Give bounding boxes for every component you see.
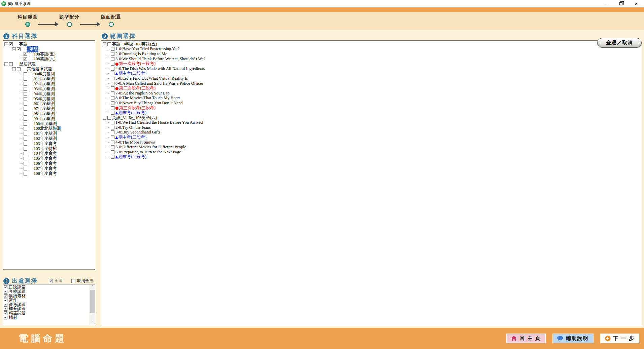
tree-node-label[interactable]: 5-0:Let’ s Find Out What Virtual Reality… [115,76,188,81]
tree-node-label[interactable]: 108英語(六) [34,56,56,62]
tree-node-label[interactable]: 英語_3年級_108英語(六) [112,115,157,121]
tree-row[interactable]: 93年度基測 [4,86,95,91]
tree-row[interactable]: ▲期中考(二段考) [102,71,641,76]
tree-node-checkbox[interactable] [111,121,114,124]
tree-node-checkbox[interactable] [24,82,27,86]
tree-row[interactable]: ▲期末考(二段考) [102,110,641,115]
tree-node-checkbox[interactable] [111,111,114,115]
tree-node-checkbox[interactable] [24,77,27,81]
tree-row[interactable]: 3-0:We Should Think Before We Act, Shoul… [102,56,641,62]
tree-row[interactable]: ●第三次段考(三段考) [102,106,641,111]
tree-row[interactable]: 英語_3年級_108英語(六) [102,115,641,120]
tree-node-checkbox[interactable] [111,86,114,90]
tree-node-checkbox[interactable] [111,126,114,129]
minimize-button[interactable] [598,0,613,7]
collapse-expander-icon[interactable] [12,67,16,71]
tree-node-label[interactable]: 期末考(二段考) [118,154,146,160]
source-scrollbar[interactable]: ˄ ˅ [90,284,95,325]
tree-row[interactable]: 101年度基測 [4,131,95,136]
tree-node-checkbox[interactable]: ✔ [17,47,21,51]
tree-node-checkbox[interactable] [24,87,27,91]
select-all-checkbox[interactable]: ✔ [49,279,53,283]
tree-row[interactable]: 1-0:We Had Cleaned the House Before You … [102,120,641,125]
tree-node-checkbox[interactable] [111,72,114,75]
tree-node-label[interactable]: 5-0:Different Movies for Different Peopl… [115,145,186,150]
tree-node-checkbox[interactable] [111,150,114,154]
tree-node-label[interactable]: 1-0:We Had Cleaned the House Before You … [115,120,203,125]
tree-node-label[interactable]: 2-0:Try On the Jeans [115,125,151,130]
tree-row[interactable]: 103年度特招 [4,146,95,151]
tree-node-checkbox[interactable] [111,96,114,100]
collapse-expander-icon[interactable] [4,42,8,46]
collapse-expander-icon[interactable] [12,47,16,51]
tree-node-label[interactable]: 英語_3年級_108英語(五) [112,41,157,47]
tree-row[interactable]: 8-0:The Movies That Touch My Heart [102,96,641,101]
tree-row[interactable]: 2-0:Try On the Jeans [102,125,641,130]
next-step-button[interactable]: 下 一 步 [600,334,639,343]
tree-row[interactable]: 94年度基測 [4,91,95,96]
tree-node-label[interactable]: 108年度會考 [34,171,57,177]
tree-node-checkbox[interactable] [111,106,114,110]
tree-row[interactable]: 104年度會考 [4,151,95,156]
tree-node-checkbox[interactable] [24,172,27,176]
tree-node-label[interactable]: 英語 [19,41,28,47]
tree-row[interactable]: ✔3年級 [4,47,95,52]
tree-node-label[interactable]: 2-0:Running Is Exciting to Me [115,51,167,56]
tree-node-checkbox[interactable] [24,167,27,170]
tree-row[interactable]: 95年度基測 [4,96,95,102]
tree-node-label[interactable]: 第二次段考(三段考) [119,85,155,91]
tree-node-checkbox[interactable] [111,145,114,149]
step-layout[interactable]: 版面配置 [101,14,121,27]
tree-node-checkbox[interactable] [111,52,114,56]
tree-node-checkbox[interactable] [24,72,27,76]
step-subject-range[interactable]: 科目範圍 [18,14,38,27]
tree-row[interactable]: ✔108英語(五) [4,52,95,57]
tree-node-checkbox[interactable] [24,132,27,135]
tree-row[interactable]: 5-0:Different Movies for Different Peopl… [102,145,641,150]
close-button[interactable]: ✕ [629,0,644,7]
tree-row[interactable]: 9-0:Never Buy Things You Don’ t Need [102,101,641,106]
tree-row[interactable]: 3-0:Buy Secondhand Gifts [102,130,641,135]
tree-node-checkbox[interactable] [24,117,27,121]
tree-node-checkbox[interactable] [17,67,21,71]
tree-row[interactable]: 1-0:Have You Tried Postcrossing Yet? [102,47,641,52]
tree-node-checkbox[interactable] [111,62,114,66]
source-item[interactable]: ✔輔材 [4,315,90,320]
tree-node-checkbox[interactable] [107,42,111,46]
tree-node-checkbox[interactable] [111,67,114,71]
tree-row[interactable]: 6-0:Preparing to Turn to the Next Page [102,150,641,155]
tree-row[interactable]: 105年度會考 [4,156,95,161]
tree-row[interactable]: 4-0:The More It Snows [102,140,641,145]
tree-node-checkbox[interactable] [24,162,27,165]
tree-row[interactable]: 97年度基測 [4,106,95,111]
scrollbar-thumb[interactable] [90,290,95,313]
tree-node-checkbox[interactable] [24,107,27,111]
deselect-all-checkbox[interactable] [71,279,75,283]
source-item-checkbox[interactable]: ✔ [4,316,7,319]
tree-node-checkbox[interactable] [24,142,27,146]
tree-node-checkbox[interactable]: ✔ [24,57,27,61]
tree-row[interactable]: 6-0:A Man Called and Said He Was a Polic… [102,81,641,86]
source-item-checkbox[interactable]: ✔ [4,311,7,315]
source-item-checkbox[interactable]: ✔ [4,299,7,302]
tree-row[interactable]: 96年度基測 [4,102,95,107]
tree-node-label[interactable]: 1-0:Have You Tried Postcrossing Yet? [115,46,179,51]
tree-node-checkbox[interactable] [24,137,27,141]
tree-node-checkbox[interactable] [24,122,27,126]
tree-row[interactable]: 其他題庫試題 [4,67,95,72]
scroll-up-icon[interactable]: ˄ [90,284,95,289]
tree-node-checkbox[interactable] [111,130,114,134]
source-item-checkbox[interactable]: ✔ [4,290,7,294]
tree-node-checkbox[interactable] [111,135,114,139]
tree-node-label[interactable]: 期中考(二段考) [118,134,146,140]
tree-node-checkbox[interactable] [111,77,114,80]
tree-row[interactable]: 92年度基測 [4,81,95,86]
collapse-expander-icon[interactable] [103,116,106,120]
source-item-checkbox[interactable]: ✔ [4,294,7,298]
tree-row[interactable]: 103年度會考 [4,141,95,146]
home-button[interactable]: 回 主 頁 [506,334,545,343]
tree-node-checkbox[interactable] [111,141,114,144]
tree-row[interactable]: 106年度會考 [4,161,95,166]
tree-row[interactable]: 99年度基測 [4,116,95,121]
tree-node-checkbox[interactable] [24,157,27,160]
